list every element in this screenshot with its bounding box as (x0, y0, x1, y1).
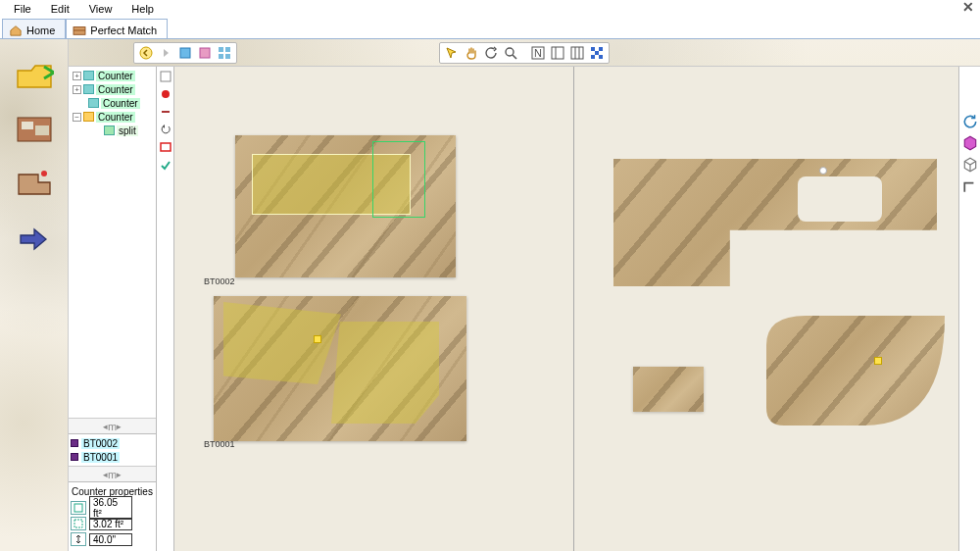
svg-rect-28 (74, 520, 82, 527)
cube-icon[interactable] (962, 135, 978, 151)
svg-rect-33 (161, 143, 171, 151)
tree-node-counter-1[interactable]: +Counter (71, 82, 154, 96)
svg-text:N: N (534, 47, 542, 59)
column-tool-1[interactable] (549, 44, 566, 62)
mini-new[interactable] (158, 69, 173, 84)
label-n-tool[interactable]: N (529, 44, 547, 62)
prop-perimeter: 3.02 ft² (71, 516, 154, 531)
svg-rect-9 (219, 47, 223, 52)
nav-tool-group (133, 42, 237, 64)
slab-top-label: BT0002 (204, 276, 235, 286)
export-icon[interactable] (13, 216, 56, 255)
svg-rect-17 (552, 47, 564, 59)
expand-icon[interactable]: + (73, 85, 81, 94)
tree-node-split[interactable]: split (71, 124, 154, 137)
checker-tool[interactable] (588, 44, 606, 62)
tree-node-counter-0[interactable]: +Counter (71, 69, 154, 82)
slab-item-0[interactable]: BT0002 (71, 436, 154, 450)
svg-rect-30 (161, 72, 171, 81)
slab-list-scroll[interactable]: ◂ m ▸ (69, 466, 156, 481)
tab-home-label: Home (26, 25, 55, 36)
refresh-icon[interactable] (962, 114, 978, 129)
corner-icon[interactable] (962, 178, 978, 194)
tree-scroll[interactable]: ◂ m ▸ (69, 418, 156, 433)
part-overlay-bottom-l[interactable] (223, 302, 341, 384)
mini-dash[interactable] (158, 104, 173, 120)
layout-viewport[interactable] (574, 67, 958, 551)
collapse-icon[interactable]: − (73, 113, 81, 122)
svg-rect-11 (219, 54, 223, 59)
svg-rect-10 (225, 47, 230, 52)
back-button[interactable] (137, 44, 155, 62)
slab-bottom[interactable] (214, 296, 466, 441)
slab-list: BT0002 BT0001 (69, 433, 156, 466)
open-file-icon[interactable] (13, 57, 56, 96)
sink-cutout (798, 176, 882, 222)
svg-rect-24 (595, 51, 599, 55)
svg-rect-23 (599, 47, 603, 51)
mini-check[interactable] (158, 157, 173, 173)
shape-leaf[interactable] (766, 316, 945, 426)
expand-icon[interactable]: + (73, 72, 81, 80)
slab-item-1[interactable]: BT0001 (71, 450, 154, 464)
tool-square-pink[interactable] (196, 44, 214, 62)
part-outline-top[interactable] (372, 141, 425, 218)
right-tool-strip (958, 67, 980, 551)
marker-bottom[interactable] (314, 335, 321, 343)
svg-rect-19 (571, 47, 583, 59)
svg-rect-26 (599, 55, 603, 59)
menu-help[interactable]: Help (122, 1, 164, 17)
forward-button[interactable] (157, 44, 174, 62)
marker-l[interactable] (819, 167, 827, 175)
prop-area: 36.05 ft² (71, 500, 154, 516)
tab-perfect-match-label: Perfect Match (90, 25, 157, 36)
mini-rect-red[interactable] (158, 139, 173, 155)
mini-tool-column (157, 67, 174, 551)
zoom-tool[interactable] (502, 44, 519, 62)
tree-node-counter-3[interactable]: −Counter (71, 110, 154, 124)
column-tool-2[interactable] (568, 44, 586, 62)
close-icon[interactable]: ✕ (962, 0, 974, 14)
svg-point-6 (140, 47, 152, 59)
shape-small-rect[interactable] (633, 367, 704, 412)
tool-square-blue[interactable] (176, 44, 194, 62)
svg-rect-4 (35, 125, 49, 135)
slab-photo-icon[interactable] (13, 110, 56, 149)
tool-grid[interactable] (216, 44, 233, 62)
menu-view[interactable]: View (79, 1, 122, 17)
menu-bar: File Edit View Help (0, 0, 980, 18)
slab-bottom-label: BT0001 (204, 439, 235, 449)
prop-height: 40.0" (71, 531, 154, 547)
svg-point-5 (41, 171, 47, 176)
rotate-tool[interactable] (482, 44, 500, 62)
svg-rect-22 (591, 47, 595, 51)
counter-properties-panel: Counter properties 36.05 ft² 3.02 ft² 40… (69, 481, 156, 551)
toolbar: N (69, 39, 980, 67)
slab-top[interactable] (235, 135, 456, 277)
svg-rect-25 (591, 55, 595, 59)
tab-perfect-match[interactable]: Perfect Match (66, 19, 168, 38)
left-sidebar (0, 39, 69, 551)
cube-outline-icon[interactable] (962, 157, 978, 173)
tab-home[interactable]: Home (2, 19, 66, 38)
svg-line-14 (513, 55, 516, 59)
marker-leaf[interactable] (874, 357, 882, 365)
svg-rect-27 (74, 504, 82, 512)
svg-point-31 (162, 90, 170, 98)
pointer-tool[interactable] (443, 44, 461, 62)
layout-icon[interactable] (13, 163, 56, 202)
mini-undo[interactable] (158, 122, 173, 137)
svg-rect-12 (225, 54, 230, 59)
menu-file[interactable]: File (4, 1, 41, 17)
pan-tool[interactable] (463, 44, 480, 62)
mini-red-dot[interactable] (158, 86, 173, 102)
view-tool-group: N (439, 42, 610, 64)
tree-panel: +Counter +Counter Counter −Counter split… (69, 67, 157, 551)
part-overlay-bottom-r[interactable] (331, 322, 439, 424)
menu-edit[interactable]: Edit (41, 1, 79, 17)
tree-node-counter-2[interactable]: Counter (71, 96, 154, 110)
slab-viewport[interactable]: BT0002 BT0001 (174, 67, 574, 551)
svg-rect-7 (180, 48, 190, 58)
shape-counter-l[interactable] (613, 159, 937, 286)
svg-rect-8 (200, 48, 210, 58)
